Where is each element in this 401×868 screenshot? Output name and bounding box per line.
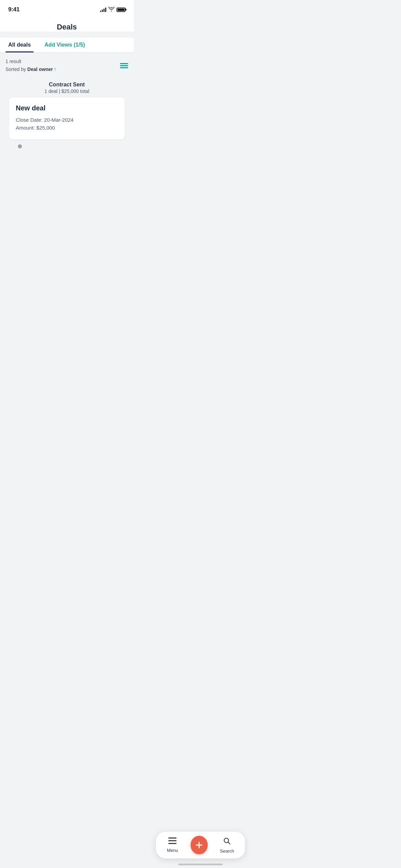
carousel-dot (18, 144, 22, 148)
results-info: 1 result Sorted by Deal owner↑ (5, 58, 57, 73)
tab-all-deals[interactable]: All deals (5, 38, 34, 52)
deal-amount: Amount: $25,000 (16, 125, 118, 131)
battery-icon (117, 8, 125, 12)
stage-meta: 1 deal | $25,000 total (5, 88, 128, 94)
deal-card[interactable]: New deal Close Date: 20-Mar-2024 Amount:… (9, 97, 125, 140)
page-title: Deals (5, 23, 128, 32)
list-view-toggle[interactable] (120, 63, 128, 68)
deal-name: New deal (16, 104, 118, 112)
stage-group: Contract Sent 1 deal | $25,000 total New… (0, 77, 134, 154)
content-area: Contract Sent 1 deal | $25,000 total New… (0, 77, 134, 249)
status-bar: 9:41 (0, 0, 134, 17)
sort-info: Sorted by Deal owner↑ (5, 65, 57, 73)
results-count: 1 result (5, 58, 57, 65)
wifi-icon (108, 7, 114, 13)
stage-name: Contract Sent (5, 82, 128, 88)
tab-add-views[interactable]: Add Views (1/5) (42, 38, 88, 52)
tabs-bar: All deals Add Views (1/5) (0, 38, 134, 52)
status-time: 9:41 (8, 6, 20, 13)
sort-prefix: Sorted by (5, 67, 27, 72)
deals-carousel: New deal Close Date: 20-Mar-2024 Amount:… (0, 97, 134, 140)
deal-close-date: Close Date: 20-Mar-2024 (16, 117, 118, 123)
sort-field: Deal owner (27, 67, 53, 72)
signal-icon (100, 7, 106, 12)
sort-direction-icon: ↑ (54, 65, 57, 73)
stage-header: Contract Sent 1 deal | $25,000 total (0, 77, 134, 97)
page-header: Deals (0, 17, 134, 32)
results-bar: 1 result Sorted by Deal owner↑ (0, 52, 134, 77)
status-icons (100, 7, 125, 13)
